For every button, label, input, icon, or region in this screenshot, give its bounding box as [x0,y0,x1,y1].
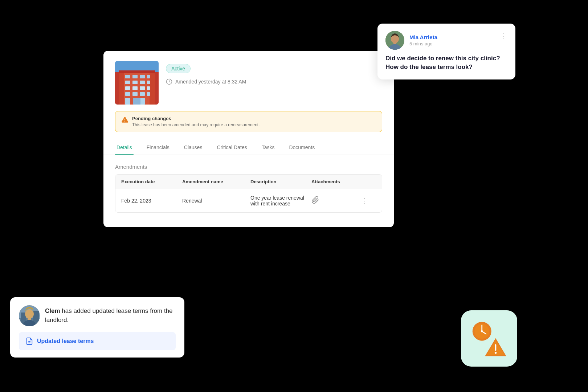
amended-text: Amended yesterday at 8:32 AM [175,79,246,85]
svg-rect-23 [119,70,155,73]
col-description: Description [250,179,309,184]
notif-action-label: Updated lease terms [37,338,94,344]
attachment-icon [311,196,319,204]
chat-more-button[interactable]: ⋮ [500,32,507,40]
notif-text: Clem has added updated lease terms from … [45,307,176,324]
amended-row: Amended yesterday at 8:32 AM [166,78,382,85]
section-title: Amendments [103,155,394,174]
svg-rect-13 [132,86,138,90]
svg-rect-15 [147,86,150,90]
chat-time: 5 mins ago [409,41,437,46]
pending-banner-content: Pending changes This lease has been amen… [132,116,260,127]
table-row: Feb 22, 2023 Renewal One year lease rene… [115,189,382,212]
tabs-row: Details Financials Clauses Critical Date… [103,132,394,155]
lease-card-header: Active Amended yesterday at 8:32 AM [103,51,394,105]
tab-documents[interactable]: Documents [287,141,322,155]
svg-rect-22 [133,98,140,105]
building-image [115,61,159,105]
col-attachments: Attachments [311,179,359,184]
pending-banner: Pending changes This lease has been amen… [115,111,382,132]
svg-point-45 [494,352,497,354]
svg-point-35 [25,309,34,319]
chat-meta: Mia Arrieta 5 mins ago [409,34,437,46]
svg-rect-7 [147,75,150,78]
tab-critical-dates[interactable]: Critical Dates [215,141,254,155]
svg-rect-18 [140,92,145,96]
notif-header: Clem has added updated lease terms from … [19,305,176,326]
cell-execution-date: Feb 22, 2023 [121,198,179,204]
svg-rect-14 [140,86,145,90]
svg-rect-4 [125,75,130,78]
svg-rect-16 [125,92,130,96]
tab-tasks[interactable]: Tasks [260,141,282,155]
col-actions [362,179,376,184]
alert-badge [461,310,517,367]
cell-more-button[interactable]: ⋮ [362,197,376,205]
svg-rect-5 [132,75,138,78]
svg-rect-17 [132,92,138,96]
notif-user: Clem [45,307,60,314]
chat-message: Did we decide to renew this city clinic?… [385,54,507,72]
avatar-mia [385,31,404,50]
warning-big-icon [484,337,507,357]
chat-user-name: Mia Arrieta [409,34,437,40]
pending-title: Pending changes [132,116,260,121]
lease-header-info: Active Amended yesterday at 8:32 AM [166,61,382,85]
cell-attachment-icon[interactable] [311,196,359,206]
document-icon [25,337,33,345]
chat-header: Mia Arrieta 5 mins ago [385,31,507,50]
svg-rect-20 [125,98,130,105]
col-execution-date: Execution date [121,179,179,184]
notif-action-button[interactable]: Updated lease terms [19,332,176,350]
svg-rect-9 [132,81,138,84]
avatar-clem [19,305,40,326]
notif-message: has added updated lease terms from the l… [45,307,173,323]
svg-rect-10 [140,81,145,84]
svg-rect-21 [140,98,145,105]
avatar-clem-image [19,305,40,326]
chat-bubble: ⋮ Mia Arrieta 5 mins ago Did we decide t… [377,24,515,79]
svg-rect-19 [147,92,150,96]
cell-description: One year lease renewal with rent increas… [250,195,309,207]
svg-rect-12 [125,86,130,90]
tab-financials[interactable]: Financials [145,141,177,155]
amendments-table: Execution date Amendment name Descriptio… [115,174,382,213]
pending-desc: This lease has been amended and may requ… [132,122,260,127]
cell-amendment-name: Renewal [182,198,248,204]
table-header: Execution date Amendment name Descriptio… [115,175,382,189]
lease-card: Active Amended yesterday at 8:32 AM Pend… [103,51,394,227]
alert-badge-inner [471,320,507,357]
col-amendment-name: Amendment name [182,179,248,184]
svg-rect-11 [147,81,150,84]
svg-rect-6 [140,75,145,78]
clock-icon [166,78,172,85]
tab-details[interactable]: Details [115,141,139,155]
status-badge: Active [166,64,191,73]
avatar-mia-image [385,31,404,50]
tab-clauses[interactable]: Clauses [183,141,210,155]
warning-icon-small [121,116,128,123]
svg-rect-8 [125,81,130,84]
notification-card: Clem has added updated lease terms from … [10,297,184,358]
